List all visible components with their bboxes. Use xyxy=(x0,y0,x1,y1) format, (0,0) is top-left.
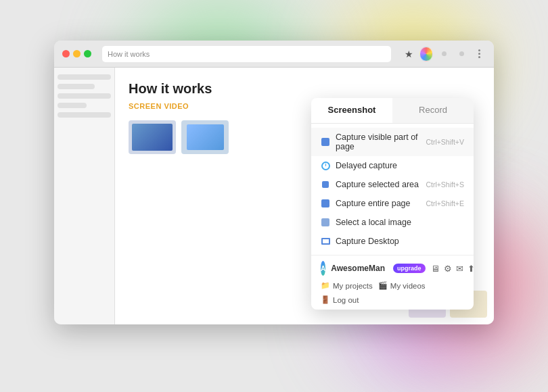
popup-dropdown: Screenshot Record Capture visible part o… xyxy=(311,98,474,310)
popup-menu: Capture visible part of page Ctrl+Shift+… xyxy=(311,124,474,255)
clock-icon xyxy=(321,162,330,170)
my-projects-link[interactable]: 📁 My projects xyxy=(321,281,373,290)
logout-icon: 🚪 xyxy=(321,295,330,304)
sidebar-item-4 xyxy=(58,103,87,108)
square-icon-2 xyxy=(321,199,329,207)
traffic-lights xyxy=(62,50,91,57)
browser-window: How it works ★ xyxy=(54,41,494,324)
square-icon-3 xyxy=(321,218,329,226)
more-button[interactable] xyxy=(472,47,486,61)
delayed-capture-label: Delayed capture xyxy=(336,161,464,170)
footer-icons-row: 🖥 ⚙ ✉ ⬆ xyxy=(431,264,474,274)
capture-entire-icon xyxy=(321,199,330,208)
sidebar-item-5 xyxy=(58,112,111,118)
toolbar-dot-1 xyxy=(437,47,451,61)
browser-content: How it works SCREEN VIDEO ☁ CloudDisk xyxy=(54,68,494,324)
menu-item-select-local[interactable]: Select a local image xyxy=(311,213,474,232)
star-button[interactable]: ★ xyxy=(402,47,415,61)
my-projects-label: My projects xyxy=(333,282,373,290)
browser-toolbar: How it works ★ xyxy=(54,41,494,68)
footer-user: A AwesomeMan upgrade 🖥 ⚙ ✉ ⬆ xyxy=(321,261,464,276)
square-sm-icon xyxy=(322,181,329,188)
select-local-label: Select a local image xyxy=(336,218,464,227)
capture-visible-label: Capture visible part of page xyxy=(336,132,420,151)
menu-item-capture-selected[interactable]: Capture selected area Ctrl+Shift+S xyxy=(311,175,474,194)
log-out-label: Log out xyxy=(333,296,359,304)
capture-visible-icon xyxy=(321,137,330,147)
sidebar-item-2 xyxy=(58,84,95,89)
settings-icon[interactable]: ⚙ xyxy=(444,264,452,274)
mail-icon[interactable]: ✉ xyxy=(456,264,463,274)
dot-icon-2 xyxy=(459,51,464,56)
my-videos-label: My videos xyxy=(390,282,426,290)
toolbar-dot-2 xyxy=(455,47,468,61)
more-icon xyxy=(478,49,480,58)
address-text: How it works xyxy=(108,50,150,58)
popup-tabs: Screenshot Record xyxy=(311,98,474,124)
maximize-button[interactable] xyxy=(84,50,91,57)
page-heading: How it works xyxy=(129,81,480,97)
capture-entire-shortcut: Ctrl+Shift+E xyxy=(426,199,464,207)
user-avatar: A xyxy=(321,261,325,276)
thumb-inner-1 xyxy=(132,124,173,151)
username-label: AwesomeMan xyxy=(331,264,385,273)
capture-entire-label: Capture entire page xyxy=(336,199,420,208)
menu-item-delayed-capture[interactable]: Delayed capture xyxy=(311,156,474,175)
projects-icon: 📁 xyxy=(321,281,330,290)
thumb-2 xyxy=(181,120,229,154)
close-button[interactable] xyxy=(62,50,70,57)
tab-screenshot[interactable]: Screenshot xyxy=(311,98,392,123)
capture-desktop-icon xyxy=(321,237,330,246)
videos-icon: 🎬 xyxy=(378,281,388,290)
monitor-icon[interactable]: 🖥 xyxy=(431,264,440,274)
delayed-capture-icon xyxy=(321,161,330,170)
my-videos-link[interactable]: 🎬 My videos xyxy=(378,281,426,290)
capture-selected-icon xyxy=(321,180,330,189)
capture-selected-shortcut: Ctrl+Shift+S xyxy=(426,180,464,189)
capture-desktop-label: Capture Desktop xyxy=(336,237,464,246)
app-icon-button[interactable] xyxy=(419,47,433,61)
upload-icon[interactable]: ⬆ xyxy=(467,264,474,274)
minimize-button[interactable] xyxy=(73,50,81,57)
star-icon: ★ xyxy=(405,49,413,59)
menu-item-capture-entire[interactable]: Capture entire page Ctrl+Shift+E xyxy=(311,194,474,213)
square-icon xyxy=(321,138,329,146)
capture-visible-shortcut: Ctrl+Shift+V xyxy=(426,138,464,146)
toolbar-icons: ★ xyxy=(402,47,486,61)
address-bar[interactable]: How it works xyxy=(102,46,391,62)
menu-item-capture-desktop[interactable]: Capture Desktop xyxy=(311,232,474,251)
dot-icon xyxy=(442,51,447,56)
footer-actions: 📁 My projects 🎬 My videos 🚪 Log out xyxy=(321,281,464,304)
menu-item-capture-visible[interactable]: Capture visible part of page Ctrl+Shift+… xyxy=(311,128,474,156)
sidebar-item-3 xyxy=(58,93,111,99)
log-out-link[interactable]: 🚪 Log out xyxy=(321,295,359,304)
sidebar xyxy=(54,68,115,324)
capture-selected-label: Capture selected area xyxy=(336,180,420,189)
app-icon xyxy=(419,47,433,62)
desktop-icon xyxy=(321,238,330,245)
sidebar-item-1 xyxy=(58,74,111,80)
tab-record[interactable]: Record xyxy=(392,98,474,123)
thumb-1 xyxy=(129,120,176,154)
select-local-icon xyxy=(321,218,330,227)
thumb-inner-2 xyxy=(187,124,224,150)
upgrade-badge[interactable]: upgrade xyxy=(393,264,426,273)
popup-footer: A AwesomeMan upgrade 🖥 ⚙ ✉ ⬆ 📁 My projec… xyxy=(311,255,474,310)
